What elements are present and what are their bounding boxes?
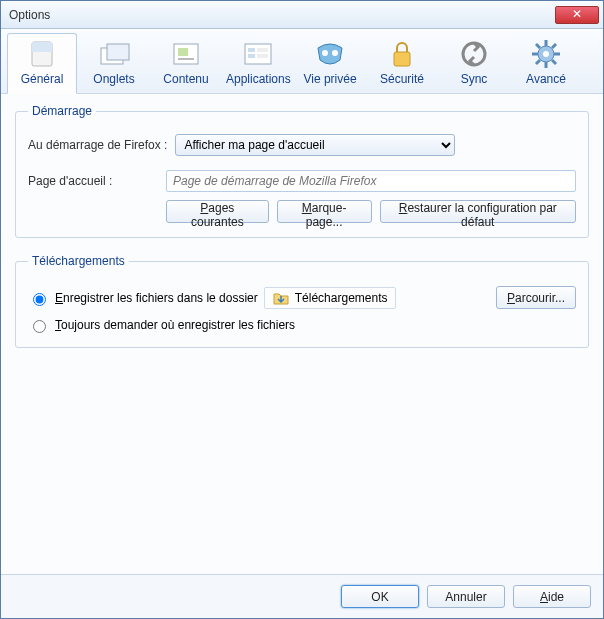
svg-rect-6 [178, 58, 194, 60]
startup-behavior-select[interactable]: Afficher ma page d'accueil [175, 134, 455, 156]
downloads-legend: Téléchargements [28, 254, 129, 268]
svg-rect-9 [248, 54, 255, 58]
svg-point-15 [463, 43, 485, 65]
svg-rect-5 [178, 48, 188, 56]
always-ask-radio[interactable] [33, 320, 46, 333]
window-title: Options [9, 8, 555, 22]
svg-line-25 [536, 60, 540, 64]
tab-general[interactable]: Général [7, 33, 77, 94]
tab-label: Applications [226, 72, 290, 86]
ok-button[interactable]: OK [341, 585, 419, 608]
tab-label: Avancé [514, 72, 578, 86]
svg-rect-11 [257, 54, 268, 58]
tab-label: Sync [442, 72, 506, 86]
help-button[interactable]: Aide [513, 585, 591, 608]
svg-point-13 [332, 50, 338, 56]
tab-label: Vie privée [298, 72, 362, 86]
homepage-label: Page d'accueil : [28, 174, 158, 188]
sync-icon [458, 38, 490, 70]
homepage-input[interactable] [166, 170, 576, 192]
tab-label: Général [10, 72, 74, 86]
svg-rect-14 [394, 52, 410, 66]
svg-rect-8 [248, 48, 255, 52]
save-to-folder-label: Enregistrer les fichiers dans le dossier [55, 291, 258, 305]
tab-security[interactable]: Sécurité [367, 33, 437, 93]
use-bookmark-button[interactable]: Marque-page... [277, 200, 372, 223]
startup-group: Démarrage Au démarrage de Firefox : Affi… [15, 104, 589, 238]
tab-advanced[interactable]: Avancé [511, 33, 581, 93]
svg-line-24 [552, 44, 556, 48]
content-icon [170, 38, 202, 70]
download-folder-name: Téléchargements [295, 291, 388, 305]
dialog-footer: OK Annuler Aide [1, 574, 603, 618]
tab-applications[interactable]: Applications [223, 33, 293, 93]
startup-behavior-label: Au démarrage de Firefox : [28, 138, 167, 152]
downloads-group: Téléchargements Enregistrer les fichiers… [15, 254, 589, 348]
tab-label: Onglets [82, 72, 146, 86]
tab-label: Sécurité [370, 72, 434, 86]
title-bar: Options ✕ [1, 1, 603, 29]
download-folder-display: Téléchargements [264, 287, 397, 309]
gear-icon [530, 38, 562, 70]
lock-icon [386, 38, 418, 70]
save-to-folder-radio[interactable] [33, 293, 46, 306]
svg-line-22 [536, 44, 540, 48]
applications-icon [242, 38, 274, 70]
category-toolbar: Général Onglets Contenu Applications Vie… [1, 29, 603, 94]
tab-privacy[interactable]: Vie privée [295, 33, 365, 93]
content-area: Démarrage Au démarrage de Firefox : Affi… [1, 94, 603, 574]
cancel-button[interactable]: Annuler [427, 585, 505, 608]
tab-tabs[interactable]: Onglets [79, 33, 149, 93]
tab-content[interactable]: Contenu [151, 33, 221, 93]
always-ask-label: Toujours demander où enregistrer les fic… [55, 318, 295, 332]
startup-legend: Démarrage [28, 104, 96, 118]
options-window: Options ✕ Général Onglets Contenu Appl [0, 0, 604, 619]
browse-button[interactable]: Parcourir... [496, 286, 576, 309]
tabs-icon [98, 38, 130, 70]
general-icon [26, 38, 58, 70]
folder-icon [273, 290, 289, 306]
restore-default-button[interactable]: Restaurer la configuration par défaut [380, 200, 576, 223]
tab-label: Contenu [154, 72, 218, 86]
use-current-pages-button[interactable]: Pages courantes [166, 200, 269, 223]
svg-rect-3 [107, 44, 129, 60]
svg-line-23 [552, 60, 556, 64]
tab-sync[interactable]: Sync [439, 33, 509, 93]
mask-icon [314, 38, 346, 70]
svg-point-17 [543, 51, 549, 57]
svg-rect-1 [32, 42, 52, 52]
close-button[interactable]: ✕ [555, 6, 599, 24]
svg-rect-10 [257, 48, 268, 52]
svg-point-12 [322, 50, 328, 56]
